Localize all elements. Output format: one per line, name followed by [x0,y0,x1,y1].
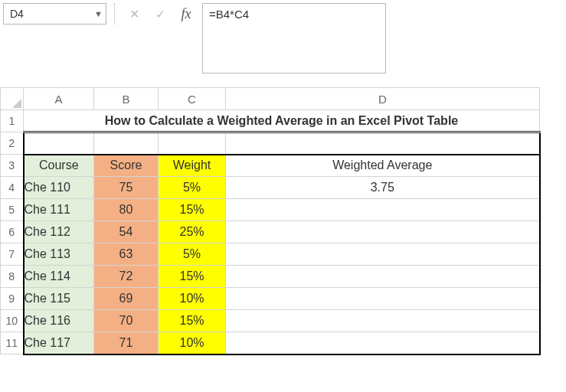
cell-c2[interactable] [159,132,226,155]
row-header-1[interactable]: 1 [1,110,24,132]
cell-score[interactable]: 75 [94,177,159,199]
cell-weighted-average[interactable] [226,243,540,266]
cell-course[interactable]: Che 110 [24,177,94,199]
cell-weighted-average[interactable] [226,288,540,310]
cell-score[interactable]: 72 [94,266,159,288]
cell-weight[interactable]: 5% [159,243,226,266]
cell-score[interactable]: 63 [94,243,159,266]
header-score[interactable]: Score [94,155,159,177]
cell-score[interactable]: 70 [94,310,159,332]
cell-a2[interactable] [24,132,94,155]
cell-course[interactable]: Che 115 [24,288,94,310]
row-header-5[interactable]: 5 [1,199,24,221]
cell-weighted-average[interactable]: 3.75 [226,177,540,199]
formula-controls: ✕ ✓ fx [123,3,198,24]
row-header-11[interactable]: 11 [1,332,24,354]
cell-course[interactable]: Che 114 [24,266,94,288]
header-course[interactable]: Course [24,155,94,177]
row-header-4[interactable]: 4 [1,177,24,199]
chevron-down-icon[interactable]: ▼ [94,9,103,18]
cell-weighted-average[interactable] [226,332,540,354]
cell-weight[interactable]: 25% [159,221,226,243]
svg-marker-0 [12,99,21,108]
cell-weight[interactable]: 15% [159,199,226,221]
cell-score[interactable]: 54 [94,221,159,243]
header-weight[interactable]: Weight [159,155,226,177]
name-box[interactable]: D4 ▼ [3,3,106,24]
cell-b2[interactable] [94,132,159,155]
cell-course[interactable]: Che 117 [24,332,94,354]
cell-weighted-average[interactable] [226,199,540,221]
select-all-icon [12,99,21,108]
formula-input[interactable]: =B4*C4 [202,3,386,74]
title-cell[interactable]: How to Calculate a Weighted Average in a… [24,110,540,132]
fx-icon[interactable]: fx [175,4,198,24]
row-header-8[interactable]: 8 [1,266,24,288]
col-header-c[interactable]: C [159,88,226,110]
cell-course[interactable]: Che 112 [24,221,94,243]
spreadsheet-grid[interactable]: A B C D 1 How to Calculate a Weighted Av… [0,87,566,355]
cell-weight[interactable]: 10% [159,332,226,354]
cell-reference: D4 [10,8,24,20]
divider [114,3,115,24]
row-header-3[interactable]: 3 [1,155,24,177]
cell-weighted-average[interactable] [226,310,540,332]
cancel-icon[interactable]: ✕ [123,4,146,24]
cell-course[interactable]: Che 113 [24,243,94,266]
row-header-10[interactable]: 10 [1,310,24,332]
cell-score[interactable]: 80 [94,199,159,221]
cell-score[interactable]: 71 [94,332,159,354]
row-header-9[interactable]: 9 [1,288,24,310]
col-header-a[interactable]: A [24,88,94,110]
select-all-corner[interactable] [1,88,24,110]
row-header-6[interactable]: 6 [1,221,24,243]
cell-course[interactable]: Che 111 [24,199,94,221]
row-header-7[interactable]: 7 [1,243,24,266]
cell-weight[interactable]: 10% [159,288,226,310]
cell-weighted-average[interactable] [226,221,540,243]
header-weighted-average[interactable]: Weighted Average [226,155,540,177]
cell-weight[interactable]: 5% [159,177,226,199]
cell-weight[interactable]: 15% [159,266,226,288]
cell-weighted-average[interactable] [226,266,540,288]
cell-d2[interactable] [226,132,540,155]
row-header-2[interactable]: 2 [1,132,24,155]
col-header-b[interactable]: B [94,88,159,110]
cell-score[interactable]: 69 [94,288,159,310]
cell-course[interactable]: Che 116 [24,310,94,332]
cell-weight[interactable]: 15% [159,310,226,332]
formula-bar: D4 ▼ ✕ ✓ fx =B4*C4 [0,0,566,74]
confirm-icon[interactable]: ✓ [149,4,172,24]
col-header-d[interactable]: D [226,88,540,110]
